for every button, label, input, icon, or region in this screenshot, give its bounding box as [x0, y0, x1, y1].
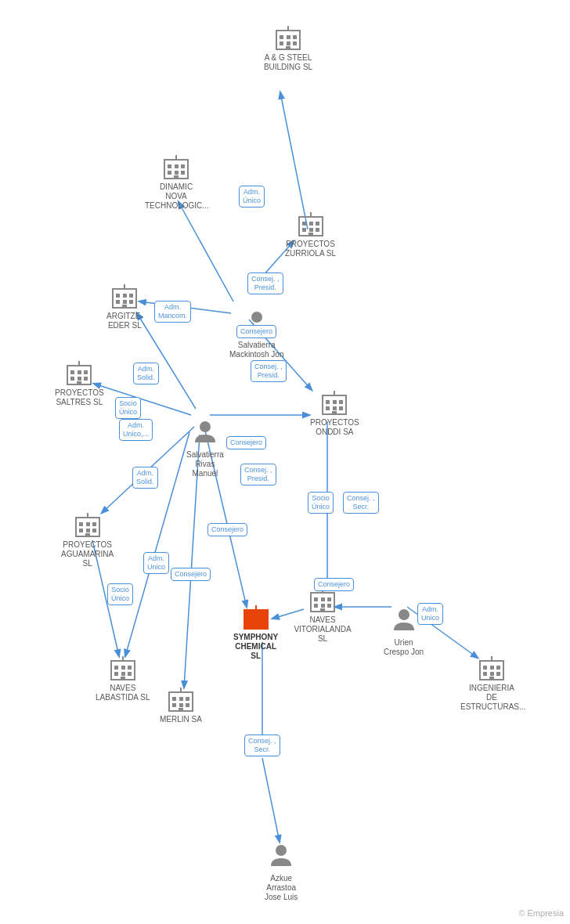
- svg-rect-65: [326, 400, 330, 404]
- label-vitorialanda: NAVESVITORIALANDA SL: [291, 615, 354, 644]
- svg-line-2: [179, 202, 233, 301]
- label-zurriola: PROYECTOSZURRIOLA SL: [285, 240, 336, 258]
- svg-rect-60: [78, 377, 81, 381]
- label-ingenieria: INGENIERIADEESTRUCTURAS...: [460, 684, 523, 712]
- badge-consejero-merlin: Consejero: [207, 523, 247, 536]
- svg-rect-79: [92, 529, 96, 532]
- svg-rect-75: [86, 522, 90, 526]
- svg-rect-119: [483, 666, 487, 670]
- node-azkue-arrastoa[interactable]: AzkueArrastoaJose Luis: [265, 843, 298, 902]
- svg-rect-44: [174, 175, 179, 179]
- svg-rect-107: [121, 677, 125, 680]
- label-rivas: SalvatierraRivasManuel: [186, 450, 224, 478]
- svg-rect-34: [316, 228, 319, 232]
- svg-rect-33: [309, 228, 313, 232]
- node-argitze-eder[interactable]: ARGITZE-EDER SL: [106, 282, 143, 330]
- svg-rect-122: [483, 672, 487, 676]
- svg-rect-67: [339, 400, 343, 404]
- svg-rect-88: [261, 621, 265, 625]
- svg-rect-25: [293, 42, 297, 45]
- node-proyectos-aguamarina[interactable]: PROYECTOSAGUAMARINASL: [61, 511, 114, 568]
- label-merlin: MERLIN SA: [160, 715, 202, 724]
- svg-rect-80: [85, 533, 90, 536]
- svg-rect-30: [309, 222, 313, 226]
- label-azkue: AzkueArrastoaJose Luis: [265, 874, 298, 902]
- svg-line-4: [94, 384, 191, 415]
- svg-rect-31: [316, 222, 319, 226]
- company-icon-dinamic: [162, 153, 190, 181]
- node-salvatierra-rivas[interactable]: SalvatierraRivasManuel: [186, 419, 224, 478]
- node-merlin[interactable]: MERLIN SA: [160, 685, 202, 724]
- svg-rect-125: [489, 677, 494, 680]
- svg-rect-56: [70, 370, 74, 374]
- svg-rect-78: [86, 529, 90, 532]
- svg-rect-92: [314, 597, 318, 601]
- badge-consej-presid-1: Consej. ,Presid.: [247, 273, 283, 294]
- label-symphony: SYMPHONYCHEMICALSL: [233, 633, 278, 661]
- svg-point-128: [200, 421, 211, 432]
- svg-rect-97: [327, 604, 331, 608]
- node-symphony-chemical[interactable]: SYMPHONYCHEMICALSL: [233, 603, 278, 661]
- svg-rect-62: [77, 381, 81, 384]
- svg-rect-94: [327, 597, 331, 601]
- node-dinamic-nova[interactable]: DINAMICNOVATECHNOLOGIC...: [145, 153, 207, 211]
- svg-rect-101: [114, 666, 118, 670]
- company-icon-onddi: [320, 388, 348, 417]
- svg-rect-50: [116, 300, 120, 304]
- svg-rect-53: [122, 305, 127, 308]
- svg-rect-93: [321, 597, 325, 601]
- node-proyectos-onddi[interactable]: PROYECTOSONDDI SA: [310, 388, 359, 437]
- node-naves-vitorialanda[interactable]: NAVESVITORIALANDA SL: [291, 586, 354, 644]
- svg-rect-26: [286, 46, 290, 49]
- company-icon-ag-steel: [274, 23, 302, 52]
- svg-rect-32: [302, 228, 306, 232]
- company-icon-symphony: [242, 603, 270, 631]
- node-naves-labastida[interactable]: NAVESLABASTIDA SL: [96, 654, 150, 702]
- svg-rect-121: [496, 666, 500, 670]
- svg-rect-24: [287, 42, 290, 45]
- badge-socio-unico-1: SocioÚnico: [115, 397, 141, 419]
- svg-rect-38: [168, 164, 171, 168]
- node-ingenieria[interactable]: INGENIERIADEESTRUCTURAS...: [460, 654, 523, 712]
- node-ag-steel[interactable]: A & G STEEL BUILDING SL: [257, 23, 319, 72]
- svg-rect-61: [84, 377, 88, 381]
- node-proyectos-zurriola[interactable]: PROYECTOSZURRIOLA SL: [285, 210, 336, 258]
- badge-adm-solid-1: Adm.Solid.: [133, 363, 159, 384]
- node-proyectos-saltres[interactable]: PROYECTOSSALTRES SL: [55, 359, 104, 407]
- svg-rect-42: [175, 171, 179, 175]
- svg-rect-110: [172, 697, 176, 701]
- svg-rect-77: [79, 529, 83, 532]
- svg-rect-74: [79, 522, 83, 526]
- label-onddi: PROYECTOSONDDI SA: [310, 418, 359, 437]
- svg-rect-104: [114, 672, 118, 676]
- svg-rect-123: [490, 672, 494, 676]
- svg-rect-68: [326, 406, 330, 410]
- badge-consej-secr-onddi: Consej. ,Secr.: [343, 492, 379, 514]
- svg-rect-39: [175, 164, 179, 168]
- badge-adm-unico-2: Adm.Unico,...: [119, 419, 153, 441]
- svg-line-10: [125, 432, 189, 656]
- badge-adm-unico-urien: Adm.Unico: [417, 603, 443, 625]
- svg-rect-69: [333, 406, 337, 410]
- company-icon-merlin: [167, 685, 195, 713]
- company-icon-argitze: [110, 282, 139, 310]
- svg-rect-84: [254, 615, 258, 619]
- label-aguamarina: PROYECTOSAGUAMARINASL: [61, 540, 114, 568]
- svg-rect-52: [129, 300, 133, 304]
- svg-rect-96: [321, 604, 325, 608]
- badge-socio-unico-2: SocioÚnico: [107, 583, 133, 605]
- svg-rect-70: [339, 406, 343, 410]
- person-icon-rivas: [192, 419, 218, 449]
- svg-rect-71: [332, 411, 337, 414]
- svg-rect-114: [179, 703, 183, 707]
- svg-rect-89: [254, 626, 258, 629]
- svg-rect-22: [293, 35, 297, 39]
- company-icon-labastida: [109, 654, 137, 682]
- label-mackintosh: SalvatierraMackintosh Jon: [229, 341, 283, 359]
- svg-rect-116: [179, 708, 183, 711]
- svg-point-130: [276, 845, 287, 856]
- label-saltres: PROYECTOSSALTRES SL: [55, 388, 104, 407]
- badge-adm-unico-aguamarina: Adm.Unico: [143, 552, 169, 574]
- svg-rect-40: [181, 164, 185, 168]
- svg-line-5: [137, 313, 196, 409]
